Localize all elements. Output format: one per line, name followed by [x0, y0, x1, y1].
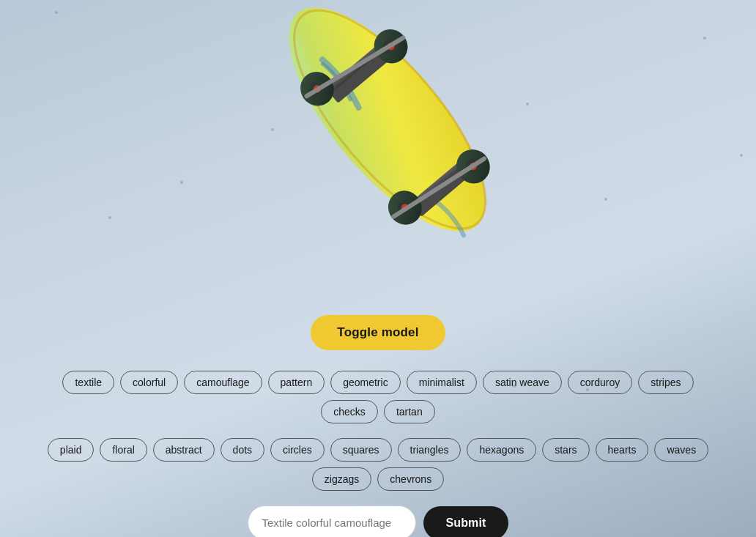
tag-stripes[interactable]: stripes — [638, 371, 693, 394]
tag-camouflage[interactable]: camouflage — [184, 371, 262, 394]
tag-minimalist[interactable]: minimalist — [407, 371, 477, 394]
tag-abstract[interactable]: abstract — [153, 438, 215, 462]
submit-button[interactable]: Submit — [423, 506, 508, 538]
tag-hearts[interactable]: hearts — [596, 438, 649, 462]
tag-geometric[interactable]: geometric — [330, 371, 400, 394]
tag-floral[interactable]: floral — [100, 438, 147, 462]
tag-chevrons[interactable]: chevrons — [377, 467, 444, 491]
tag-tartan[interactable]: tartan — [384, 400, 435, 423]
prompt-input[interactable] — [248, 505, 416, 537]
tag-circles[interactable]: circles — [270, 438, 325, 462]
tag-hexagons[interactable]: hexagons — [467, 438, 536, 462]
tag-zigzags[interactable]: zigzags — [312, 467, 371, 491]
tag-triangles[interactable]: triangles — [398, 438, 462, 462]
tag-dots[interactable]: dots — [220, 438, 264, 462]
decorative-dot — [586, 388, 589, 391]
tags-container: textilecolorfulcamouflagepatterngeometri… — [19, 371, 737, 423]
skateboard-model — [171, 0, 616, 350]
tag-satin-weave[interactable]: satin weave — [483, 371, 562, 394]
tag-colorful[interactable]: colorful — [120, 371, 178, 394]
decorative-dot — [513, 385, 516, 388]
model-viewport — [0, 0, 756, 315]
tag-textile[interactable]: textile — [62, 371, 114, 394]
tag-corduroy[interactable]: corduroy — [568, 371, 632, 394]
tag-plaid[interactable]: plaid — [48, 438, 94, 462]
tags-container-2: plaidfloralabstractdotscirclessquarestri… — [19, 438, 737, 491]
tag-waves[interactable]: waves — [654, 438, 708, 462]
input-row: Submit — [248, 505, 508, 537]
tag-pattern[interactable]: pattern — [268, 371, 325, 394]
tag-checks[interactable]: checks — [321, 400, 378, 423]
tag-stars[interactable]: stars — [542, 438, 589, 462]
tag-squares[interactable]: squares — [330, 438, 392, 462]
